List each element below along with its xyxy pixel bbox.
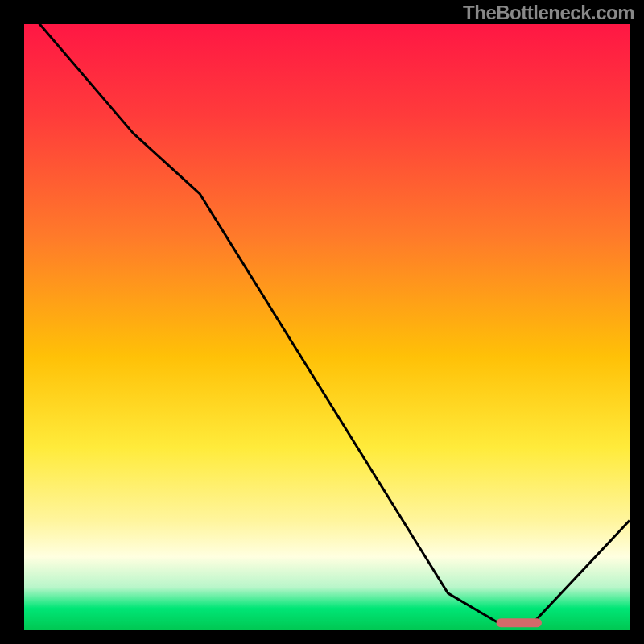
- optimal-range-marker: [497, 618, 542, 627]
- bottleneck-chart: TheBottleneck.com: [0, 0, 644, 644]
- watermark-text: TheBottleneck.com: [463, 2, 634, 24]
- gradient-background: [24, 24, 630, 630]
- chart-canvas: [0, 0, 644, 644]
